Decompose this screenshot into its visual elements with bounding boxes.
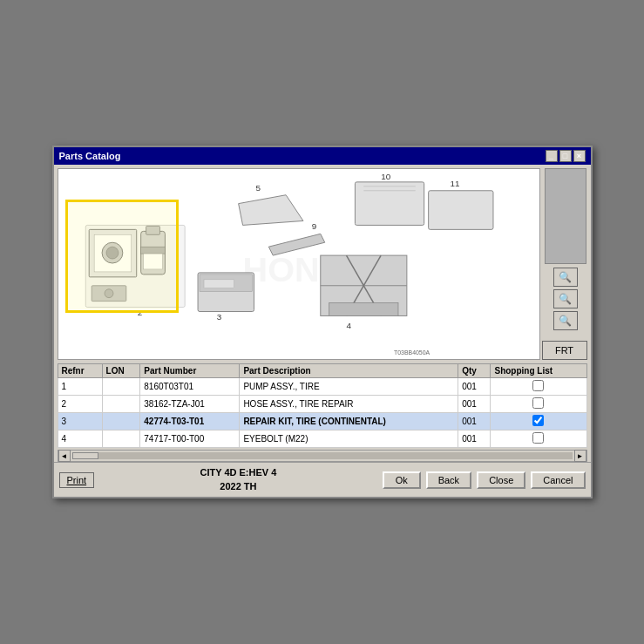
cell-qty: 001 <box>458 396 491 413</box>
shopping-list-checkbox[interactable] <box>532 415 544 426</box>
svg-text:3: 3 <box>216 313 221 322</box>
svg-text:5: 5 <box>255 183 261 193</box>
ok-button[interactable]: Ok <box>383 471 421 489</box>
zoom-fit-button[interactable]: 🔍 <box>553 289 578 308</box>
maximize-button[interactable]: □ <box>559 150 572 162</box>
svg-rect-10 <box>143 254 162 269</box>
col-lon: LON <box>102 364 140 378</box>
zoom-in-icon: 🔍 <box>559 271 572 283</box>
col-part-number: Part Number <box>140 364 240 378</box>
scroll-left-button[interactable]: ◄ <box>58 450 71 462</box>
cell-part-number: 42774-T03-T01 <box>140 413 240 430</box>
car-info: CITY 4D E:HEV 4 2022 TH <box>99 466 377 493</box>
cell-shopping-list[interactable] <box>491 430 586 448</box>
svg-text:T03BB4050A: T03BB4050A <box>394 349 430 356</box>
col-shopping-list: Shopping List <box>491 364 586 378</box>
print-button[interactable]: Print <box>59 472 95 488</box>
diagram-area: HONDA <box>58 168 540 360</box>
scroll-track <box>72 452 573 459</box>
svg-rect-26 <box>355 182 424 226</box>
col-part-description: Part Description <box>240 364 458 378</box>
zoom-fit-icon: 🔍 <box>559 293 572 305</box>
svg-point-6 <box>106 247 119 259</box>
title-bar: Parts Catalog _ □ × <box>54 147 591 165</box>
col-refnr: Refnr <box>58 364 102 378</box>
bottom-bar: Print CITY 4D E:HEV 4 2022 TH Ok Back Cl… <box>54 462 591 497</box>
close-button[interactable]: Close <box>477 471 525 489</box>
svg-text:9: 9 <box>311 221 316 231</box>
shopping-list-checkbox[interactable] <box>532 432 544 444</box>
cell-part-number: 38162-TZA-J01 <box>140 396 240 413</box>
svg-text:4: 4 <box>346 321 351 330</box>
table-row[interactable]: 238162-TZA-J01HOSE ASSY., TIRE REPAIR001 <box>58 396 586 413</box>
table-row[interactable]: 18160T03T01PUMP ASSY., TIRE001 <box>58 378 586 396</box>
minimize-button[interactable]: _ <box>546 150 558 162</box>
table-area: Refnr LON Part Number Part Description Q… <box>54 363 591 450</box>
thumbnail-area <box>545 168 586 264</box>
zoom-in-button[interactable]: 🔍 <box>553 268 578 287</box>
cell-shopping-list[interactable] <box>491 396 586 413</box>
cell-lon <box>102 430 140 448</box>
cell-description: REPAIR KIT, TIRE (CONTINENTAL) <box>240 413 458 430</box>
parts-table: Refnr LON Part Number Part Description Q… <box>58 363 587 448</box>
horizontal-scrollbar[interactable]: ◄ ► <box>58 450 587 462</box>
main-dialog: Parts Catalog _ □ × HONDA <box>52 146 593 498</box>
car-info-line2: 2022 TH <box>99 480 377 493</box>
zoom-out-button[interactable]: 🔍 <box>553 311 578 330</box>
cell-description: PUMP ASSY., TIRE <box>240 378 458 396</box>
col-qty: Qty <box>458 364 491 378</box>
cell-refnr: 2 <box>58 396 102 413</box>
cell-qty: 001 <box>458 413 491 430</box>
cell-refnr: 4 <box>58 430 102 448</box>
cell-lon <box>102 413 140 430</box>
content-area: HONDA <box>54 165 591 363</box>
svg-rect-16 <box>204 280 234 288</box>
scroll-thumb[interactable] <box>72 452 98 459</box>
close-title-button[interactable]: × <box>573 150 586 162</box>
shopping-list-checkbox[interactable] <box>532 397 544 409</box>
back-button[interactable]: Back <box>426 471 471 489</box>
cell-lon <box>102 378 140 396</box>
svg-rect-30 <box>428 191 492 230</box>
cancel-button[interactable]: Cancel <box>531 471 585 489</box>
cell-qty: 001 <box>458 378 491 396</box>
cell-lon <box>102 396 140 413</box>
svg-rect-8 <box>146 227 159 235</box>
shopping-list-checkbox[interactable] <box>532 380 544 391</box>
cell-description: EYEBOLT (M22) <box>240 430 458 448</box>
cell-qty: 001 <box>458 430 491 448</box>
svg-text:11: 11 <box>450 179 460 188</box>
table-row[interactable]: 342774-T03-T01REPAIR KIT, TIRE (CONTINEN… <box>58 413 586 430</box>
svg-text:2: 2 <box>137 308 142 318</box>
frt-button[interactable]: FRT <box>542 341 587 360</box>
svg-text:10: 10 <box>381 172 391 181</box>
zoom-controls: 🔍 🔍 🔍 <box>553 268 578 330</box>
cell-part-number: 8160T03T01 <box>140 378 240 396</box>
title-bar-buttons: _ □ × <box>546 150 586 162</box>
car-info-line1: CITY 4D E:HEV 4 <box>99 466 377 479</box>
cell-description: HOSE ASSY., TIRE REPAIR <box>240 396 458 413</box>
title-label: Parts Catalog <box>59 151 121 161</box>
table-header-row: Refnr LON Part Number Part Description Q… <box>58 364 586 378</box>
cell-refnr: 3 <box>58 413 102 430</box>
cell-part-number: 74717-T00-T00 <box>140 430 240 448</box>
cell-shopping-list[interactable] <box>491 413 586 430</box>
svg-point-12 <box>105 289 113 298</box>
cell-refnr: 1 <box>58 378 102 396</box>
cell-shopping-list[interactable] <box>491 378 586 396</box>
table-row[interactable]: 474717-T00-T00EYEBOLT (M22)001 <box>58 430 586 448</box>
svg-rect-22 <box>329 303 397 316</box>
scroll-right-button[interactable]: ► <box>574 450 586 462</box>
svg-rect-9 <box>140 247 165 254</box>
zoom-out-icon: 🔍 <box>559 315 572 327</box>
